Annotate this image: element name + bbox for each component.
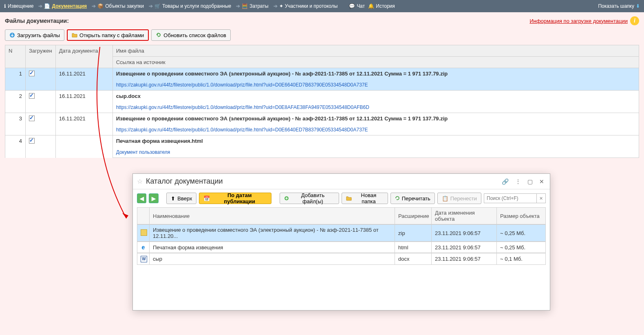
reread-button[interactable]: Перечитать — [390, 193, 435, 204]
more-icon[interactable]: ⋮ — [514, 177, 523, 186]
cell-n: 4 — [5, 135, 26, 158]
col-header-n[interactable]: N — [5, 45, 26, 68]
info-link[interactable]: Информация по загрузке документации — [529, 18, 628, 24]
catalog-toolbar: ◀ ▶ ⬆Вверх 📅По датам публикации Добавить… — [133, 189, 550, 207]
nav-goods[interactable]: 🛒Товары и услуги подобранные — [154, 3, 231, 9]
link-icon[interactable]: 🔗 — [500, 177, 510, 186]
cell-size: ~ 0,1 Мб. — [497, 253, 546, 265]
cell-checkbox[interactable] — [26, 91, 56, 113]
cell-modified: 23.11.2021 9:06:57 — [432, 225, 497, 242]
up-arrow-icon: ⬆ — [171, 195, 175, 202]
cell-date: 16.11.2021 — [55, 113, 112, 135]
cell-modified: 23.11.2021 9:06:57 — [432, 242, 497, 253]
nav-arrow-icon: ➔ — [236, 3, 240, 9]
table-row[interactable]: 1 16.11.2021 Извещение о проведении совм… — [5, 68, 639, 80]
catalog-row[interactable]: Извещение о проведении совместного ЭА (э… — [137, 224, 546, 242]
cell-filename: сыр.docx — [112, 91, 639, 102]
refresh-icon — [395, 196, 400, 201]
table-row[interactable]: 3 16.11.2021 Извещение о проведении совм… — [5, 113, 639, 124]
move-icon: 📋 — [442, 195, 448, 202]
refresh-list-button[interactable]: Обновить список файлов — [151, 29, 231, 41]
cell-link[interactable]: Документ пользователя — [112, 146, 639, 158]
doc-icon: 📄 — [44, 3, 50, 9]
col-header-modified[interactable]: Дата изменения объекта — [432, 208, 497, 224]
catalog-row[interactable]: W сыр docx 23.11.2021 9:06:57 ~ 0,1 Мб. — [137, 253, 546, 265]
nav-costs[interactable]: 🧮Затраты — [242, 3, 268, 9]
info-help-icon[interactable]: i — [630, 16, 639, 25]
cell-date: 16.11.2021 — [55, 68, 112, 91]
catalog-title: Каталог документации — [146, 177, 500, 186]
checkbox-icon[interactable] — [29, 71, 35, 76]
nav-arrow-icon: ➔ — [273, 3, 278, 9]
refresh-icon — [156, 32, 161, 38]
cell-checkbox[interactable] — [26, 68, 56, 91]
search-clear-icon[interactable]: ✕ — [537, 193, 546, 203]
cell-checkbox[interactable] — [26, 135, 56, 158]
bell-icon: 🔔 — [368, 3, 374, 9]
nav-notice[interactable]: ℹИзвещение — [4, 3, 33, 9]
nav-participants[interactable]: ✦Участники и протоколы — [279, 3, 338, 9]
checkbox-icon[interactable] — [29, 93, 35, 99]
upload-files-button[interactable]: Загрузить файлы — [5, 29, 64, 41]
col-header-icon — [137, 208, 150, 224]
close-icon[interactable]: ✕ — [538, 177, 546, 186]
maximize-icon[interactable]: ▢ — [526, 177, 534, 186]
nav-back-button[interactable]: ◀ — [137, 193, 146, 203]
cell-n: 2 — [5, 91, 26, 113]
catalog-table: Наименование Расширение Дата изменения о… — [137, 207, 546, 306]
cell-link[interactable]: https://zakupki.gov.ru/44fz/filestore/pu… — [112, 102, 639, 113]
cell-n: 1 — [5, 68, 26, 91]
cell-name: Печатная форма извещения — [150, 242, 395, 253]
table-row[interactable]: 2 16.11.2021 сыр.docx — [5, 91, 639, 102]
search-input[interactable] — [484, 193, 537, 203]
checkbox-icon[interactable] — [29, 115, 35, 121]
folder-plus-icon — [346, 196, 352, 201]
nav-forward-button[interactable]: ▶ — [149, 193, 158, 203]
nav-chat[interactable]: 💬Чат — [349, 3, 365, 9]
content-area: Файлы документации: Информация по загруз… — [0, 12, 644, 162]
catalog-row[interactable]: e Печатная форма извещения html 23.11.20… — [137, 242, 546, 253]
show-header-button[interactable]: Показать шапку⬇ — [598, 3, 640, 9]
cell-filename: Печатная форма извещения.html — [112, 135, 639, 147]
cell-checkbox[interactable] — [26, 113, 56, 135]
table-row[interactable]: 4 Печатная форма извещения.html — [5, 135, 639, 147]
up-button[interactable]: ⬆Вверх — [166, 193, 196, 204]
box-icon: 📦 — [97, 3, 104, 9]
docx-file-icon: W — [141, 256, 147, 262]
open-folder-button[interactable]: Открыть папку с файлами — [67, 29, 149, 41]
col-header-date[interactable]: Дата документа — [55, 45, 112, 68]
cell-name: Извещение о проведении совместного ЭА (э… — [150, 225, 395, 242]
cell-date — [55, 135, 112, 158]
cell-name: сыр — [150, 253, 395, 265]
col-header-source[interactable]: Ссылка на источник — [112, 57, 639, 68]
cell-link[interactable]: https://zakupki.gov.ru/44fz/filestore/pu… — [112, 79, 639, 91]
nav-documentation[interactable]: 📄Документация — [44, 3, 87, 9]
new-folder-button[interactable]: Новая папка — [342, 193, 388, 204]
col-header-ext[interactable]: Расширение — [395, 208, 432, 224]
cell-link[interactable]: https://zakupki.gov.ru/44fz/filestore/pu… — [112, 124, 639, 135]
col-header-loaded[interactable]: Загружен — [26, 45, 56, 68]
nav-arrow-icon: ➔ — [38, 3, 42, 9]
col-header-size[interactable]: Размер объекта — [497, 208, 546, 224]
nav-arrow-icon: ➔ — [92, 3, 96, 9]
nav-arrow-icon: ➔ — [149, 3, 153, 9]
zip-file-icon — [141, 229, 147, 236]
nav-history[interactable]: 🔔История — [368, 3, 395, 9]
section-title: Файлы документации: — [5, 18, 69, 24]
by-dates-button[interactable]: 📅По датам публикации — [199, 193, 271, 204]
nav-objects[interactable]: 📦Объекты закупки — [97, 3, 144, 9]
col-header-name[interactable]: Наименование — [150, 208, 395, 224]
checkbox-icon[interactable] — [29, 138, 35, 144]
cell-size: ~ 0,25 Мб. — [497, 225, 546, 242]
html-file-icon: e — [142, 244, 145, 251]
cell-ext: docx — [395, 253, 432, 265]
files-table: N Загружен Дата документа Имя файла Ссыл… — [5, 45, 639, 158]
add-files-button[interactable]: Добавить файл(ы) — [280, 193, 339, 204]
favorite-star-icon[interactable]: ☆ — [137, 177, 143, 185]
cell-ext: zip — [395, 225, 432, 242]
expand-down-icon: ⬇ — [636, 3, 640, 9]
folder-open-icon — [72, 33, 77, 38]
catalog-window: ☆ Каталог документации 🔗 ⋮ ▢ ✕ ◀ ▶ ⬆Ввер… — [132, 173, 550, 311]
move-button: 📋Перенести — [437, 193, 481, 204]
col-header-filename[interactable]: Имя файла — [112, 45, 639, 57]
